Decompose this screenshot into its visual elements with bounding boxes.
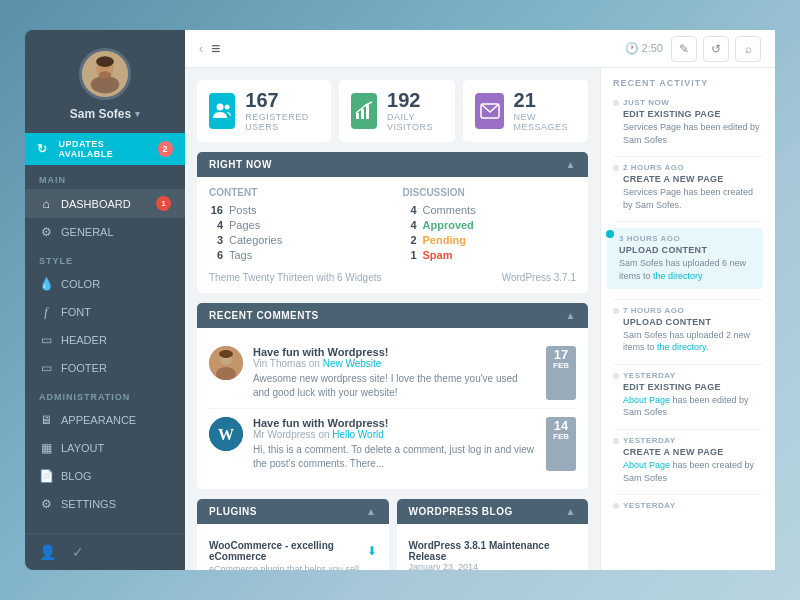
stat-users-info: 167 REGISTERED USERS [245,90,318,132]
dashboard-main: 167 REGISTERED USERS [185,68,600,570]
activity-divider-3 [613,364,763,365]
back-arrow-icon[interactable]: ‹ [199,42,203,56]
plugin-header-1: WooCommerce - excelling eCommerce ⬇ [209,540,377,562]
comments-collapse-icon[interactable]: ▲ [566,310,576,321]
stat-messages-info: 21 NEW MESSAGES [514,90,576,132]
stat-users-label: REGISTERED USERS [245,112,318,132]
blog-body: WordPress 3.8.1 Maintenance Release Janu… [397,524,589,570]
comment-item: Have fun with Wordpress! Vin Thomas on N… [209,338,576,409]
activity-item-4: YESTERDAY EDIT EXISTING PAGE About Page … [613,371,763,419]
activity-title: RECENT ACTIVITY [613,78,763,88]
sidebar-item-header[interactable]: ▭ HEADER [25,326,185,354]
plugin-item-1: WooCommerce - excelling eCommerce ⬇ eCom… [209,534,377,570]
topbar-left: ‹ ≡ [199,40,617,58]
stat-card-users: 167 REGISTERED USERS [197,80,331,142]
activity-divider-1 [613,221,763,222]
comments-body: Have fun with Wordpress! Vin Thomas on N… [197,328,588,489]
layout-icon: ▦ [39,441,53,455]
plugins-panel: PLUGINS ▲ WooCommerce - excelling eComme… [197,499,389,570]
header-icon: ▭ [39,333,53,347]
users-icon [209,93,235,129]
recent-comments-panel: RECENT COMMENTS ▲ [197,303,588,489]
activity-desc-3: Sam Sofes has uploaded 2 new items to th… [623,329,763,354]
stat-card-visitors: 192 DAILY VISITORS [339,80,456,142]
directory-link-1[interactable]: the directory [653,271,703,281]
search-button[interactable]: ⌕ [735,36,761,62]
svg-point-5 [217,104,224,111]
sidebar-item-footer[interactable]: ▭ FOOTER [25,354,185,382]
dashboard-badge: 1 [156,196,171,211]
file-icon: 📄 [39,469,53,483]
app-container: Sam Sofes ▾ ↻ UPDATES AVAILABLE 2 Main ⌂… [0,0,800,600]
directory-link-2[interactable]: the directory [657,342,706,352]
sidebar-item-font[interactable]: f FONT [25,298,185,326]
hamburger-icon[interactable]: ≡ [211,40,220,58]
blog-header: WORDPRESS BLOG ▲ [397,499,589,524]
sidebar-item-general[interactable]: ⚙ GENERAL [25,218,185,246]
monitor-icon: 🖥 [39,413,53,427]
settings-gear-icon: ⚙ [39,497,53,511]
about-page-link-2[interactable]: About Page [623,460,670,470]
download-icon-1[interactable]: ⬇ [367,544,377,558]
stats-row: 167 REGISTERED USERS [197,80,588,142]
user-icon[interactable]: 👤 [39,544,56,560]
wordpress-blog-panel: WORDPRESS BLOG ▲ WordPress 3.8.1 Mainten… [397,499,589,570]
updates-badge: 2 [158,141,173,157]
blog-item: WordPress 3.8.1 Maintenance Release Janu… [409,534,577,570]
approved-row: 4 Approved [403,219,577,231]
stat-visitors-label: DAILY VISITORS [387,112,443,132]
stat-visitors-info: 192 DAILY VISITORS [387,90,443,132]
refresh-button[interactable]: ↺ [703,36,729,62]
plugins-header: PLUGINS ▲ [197,499,389,524]
right-now-body: Content 16 Posts 4 Pages [197,177,588,293]
posts-row: 16 Posts [209,204,383,216]
section-style-label: Style [25,246,185,270]
blog-collapse-icon[interactable]: ▲ [566,506,576,517]
activity-desc-5: About Page has been created by Sam Sofes [623,459,763,484]
plugins-collapse-icon[interactable]: ▲ [366,506,376,517]
comment-content-2: Have fun with Wordpress! Mr Wordpress on… [253,417,536,471]
topbar-clock: 🕐 2:50 [625,42,663,55]
topbar-right: ✎ ↺ ⌕ [671,36,761,62]
username-label[interactable]: Sam Sofes ▾ [70,107,140,121]
sidebar-item-blog[interactable]: 📄 BLOG [25,462,185,490]
section-admin-label: Administration [25,382,185,406]
edit-button[interactable]: ✎ [671,36,697,62]
sidebar-item-appearance[interactable]: 🖥 APPEARANCE [25,406,185,434]
check-icon[interactable]: ✓ [72,544,84,560]
comment-meta-1: Vin Thomas on New Website [253,358,536,369]
pages-row: 4 Pages [209,219,383,231]
home-icon: ⌂ [39,197,53,211]
sidebar-item-layout[interactable]: ▦ LAYOUT [25,434,185,462]
activity-panel: RECENT ACTIVITY JUST NOW EDIT EXISTING P… [600,68,775,570]
updates-banner[interactable]: ↻ UPDATES AVAILABLE 2 [25,133,185,165]
stat-users-number: 167 [245,90,318,110]
svg-point-3 [96,56,114,67]
comments-row: 4 Comments [403,204,577,216]
comment-date-1: 17 FEB [546,346,576,400]
sidebar-item-color[interactable]: 💧 COLOR [25,270,185,298]
chart-icon [351,93,378,129]
sidebar-item-settings[interactable]: ⚙ SETTINGS [25,490,185,518]
about-page-link-1[interactable]: About Page [623,395,670,405]
collapse-icon[interactable]: ▲ [566,159,576,170]
svg-rect-8 [361,109,364,119]
bottom-row: PLUGINS ▲ WooCommerce - excelling eComme… [197,499,588,570]
clock-icon: 🕐 [625,42,639,54]
activity-item-3: 7 HOURS AGO UPLOAD CONTENT Sam Sofes has… [613,306,763,354]
user-profile: Sam Sofes ▾ [25,30,185,133]
comment-content-1: Have fun with Wordpress! Vin Thomas on N… [253,346,536,400]
right-now-panel: RIGHT NOW ▲ Content 16 Posts [197,152,588,293]
section-main-label: Main [25,165,185,189]
stat-messages-label: NEW MESSAGES [514,112,576,132]
svg-point-14 [219,350,233,358]
activity-desc-4: About Page has been edited by Sam Sofes [623,394,763,419]
comment-user-avatar [209,346,243,380]
sidebar-item-dashboard[interactable]: ⌂ DASHBOARD 1 [25,189,185,218]
chevron-down-icon: ▾ [135,109,140,119]
tags-row: 6 Tags [209,249,383,261]
topbar: ‹ ≡ 🕐 2:50 ✎ ↺ ⌕ [185,30,775,68]
svg-rect-7 [356,113,359,119]
svg-point-6 [225,105,230,110]
activity-item-1: 2 HOURS AGO CREATE A NEW PAGE Services P… [613,163,763,211]
